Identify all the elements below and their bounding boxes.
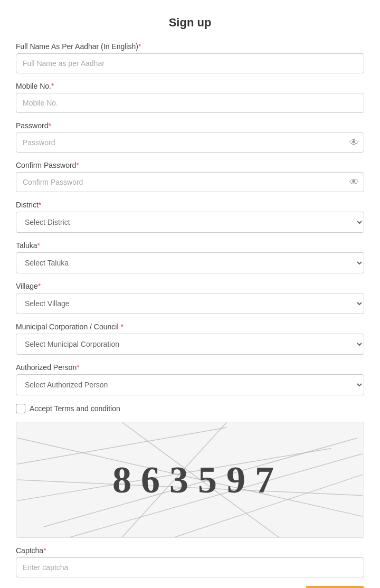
taluka-select[interactable]: Select Taluka — [16, 252, 364, 273]
fullname-label: Full Name As Per Aadhar (In English)* — [16, 42, 364, 51]
refresh-button[interactable]: Refresh — [306, 586, 364, 588]
confirm-password-input[interactable] — [16, 172, 364, 192]
mobile-input[interactable] — [16, 93, 364, 113]
authorized-label: Authorized Person* — [16, 363, 364, 372]
mobile-group: Mobile No.* — [16, 82, 364, 113]
authorized-select[interactable]: Select Authorized Person — [16, 374, 364, 395]
confirm-password-wrapper: 👁 — [16, 172, 364, 192]
password-eye-icon[interactable]: 👁 — [349, 137, 359, 148]
terms-label: Accept Terms and condition — [30, 404, 120, 413]
municipal-label: Municipal Corporation / Council * — [16, 323, 364, 331]
confirm-password-eye-icon[interactable]: 👁 — [349, 177, 359, 188]
captcha-label: Captcha* — [16, 546, 364, 555]
password-group: Password* 👁 — [16, 121, 364, 153]
button-row: Refresh — [16, 586, 364, 588]
taluka-label: Taluka* — [16, 241, 364, 250]
district-label: District* — [16, 201, 364, 209]
village-select[interactable]: Select Village — [16, 293, 364, 314]
fullname-group: Full Name As Per Aadhar (In English)* — [16, 42, 364, 73]
village-group: Village* Select Village — [16, 282, 364, 314]
password-label: Password* — [16, 121, 364, 130]
captcha-image: 863597 — [16, 422, 364, 538]
captcha-input[interactable] — [16, 557, 364, 577]
password-input[interactable] — [16, 132, 364, 153]
password-wrapper: 👁 — [16, 132, 364, 153]
district-group: District* Select District — [16, 201, 364, 233]
fullname-input[interactable] — [16, 53, 364, 73]
page-title: Sign up — [16, 16, 364, 30]
municipal-group: Municipal Corporation / Council * Select… — [16, 323, 364, 355]
captcha-number-display: 863597 — [97, 458, 283, 502]
village-label: Village* — [16, 282, 364, 290]
district-select[interactable]: Select District — [16, 212, 364, 233]
authorized-group: Authorized Person* Select Authorized Per… — [16, 363, 364, 395]
mobile-label: Mobile No.* — [16, 82, 364, 90]
confirm-password-group: Confirm Password* 👁 — [16, 161, 364, 192]
confirm-password-label: Confirm Password* — [16, 161, 364, 169]
terms-checkbox[interactable] — [16, 404, 25, 413]
municipal-select[interactable]: Select Municipal Corporation — [16, 334, 364, 355]
taluka-group: Taluka* Select Taluka — [16, 241, 364, 273]
captcha-group: Captcha* — [16, 546, 364, 577]
terms-group: Accept Terms and condition — [16, 404, 364, 413]
